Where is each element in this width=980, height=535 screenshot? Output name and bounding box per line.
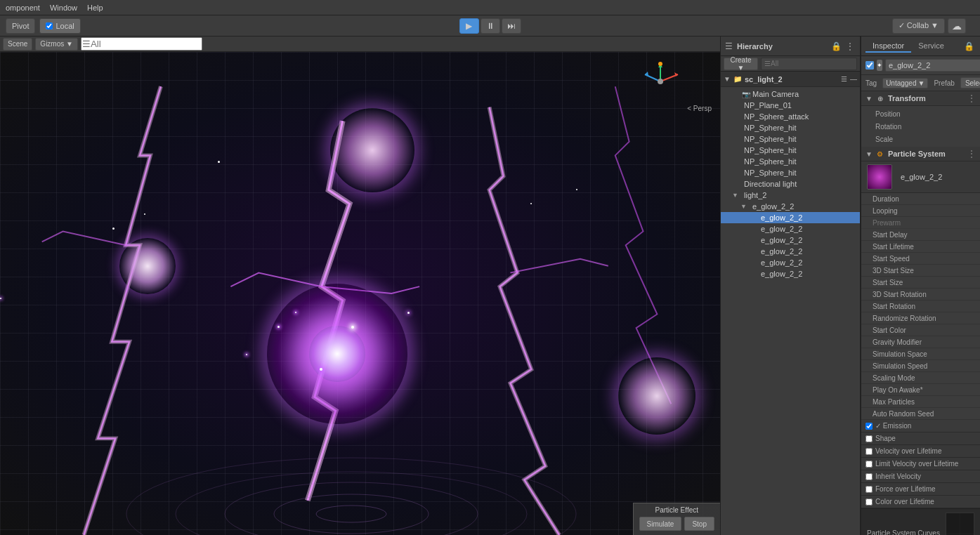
particle-effect-panel: Particle Effect Simulate Stop [633, 503, 720, 535]
curves-panel: Particle System Curves [861, 508, 980, 535]
hierarchy-lock-btn[interactable]: 🔒 [830, 41, 843, 51]
toolbar: Pivot Local ▶ ⏸ ⏭ ✓ Collab ▼ ☁ [0, 15, 980, 37]
hierarchy-menu-btn[interactable]: ⋮ [844, 41, 856, 51]
svg-point-0 [126, 458, 576, 535]
color-lifetime-checkbox[interactable] [865, 498, 873, 506]
inspector-body: ✦ Tag Untagged ▼ Prefab Select ▼ ⊕ [861, 56, 980, 535]
tag-chevron: ▼ [918, 79, 925, 87]
play-button[interactable]: ▶ [459, 18, 479, 34]
shape-checkbox[interactable] [865, 435, 873, 442]
ps-name-col: e_glow_2_2 [901, 173, 976, 181]
collab-button[interactable]: ✓ Collab ▼ [892, 18, 945, 34]
tree-item-light-2[interactable]: ▼ light_2 [721, 190, 860, 201]
label-np-plane: NP_Plane_01 [744, 101, 792, 110]
transform-menu-btn[interactable]: ⋮ [967, 93, 976, 103]
comp-shape-row: Shape [861, 432, 980, 445]
ps-prop-start-speed: Start Speed [861, 253, 980, 265]
scene-canvas: Scene Gizmos ▼ [0, 37, 720, 535]
menu-component[interactable]: omponent [6, 4, 40, 12]
label-light-2: light_2 [744, 191, 766, 199]
tree-item-e-glow-e[interactable]: e_glow_2_2 [721, 268, 860, 279]
comp-color-lifetime-row: Color over Lifetime [861, 496, 980, 508]
tag-dropdown[interactable]: Untagged ▼ [882, 78, 928, 88]
comp-limit-vel-row: Limit Velocity over Lifetime [861, 458, 980, 470]
ps-prop-randomize-rotation: Randomize Rotation [861, 312, 980, 324]
inspector-lock-btn[interactable]: 🔒 [962, 41, 976, 51]
ps-prop-start-rotation: Start Rotation [861, 300, 980, 312]
tree-item-e-glow-selected[interactable]: e_glow_2_2 [721, 212, 860, 223]
tree-item-e-glow-a[interactable]: e_glow_2_2 [721, 223, 860, 235]
scene-view-tab[interactable]: Scene [3, 38, 32, 51]
tree-item-np-sphere-hit-4[interactable]: NP_Sphere_hit [721, 156, 860, 167]
curves-graph[interactable] [946, 513, 974, 536]
prop-position: Position [861, 107, 980, 120]
transform-header[interactable]: ▼ ⊕ Transform ⋮ [861, 91, 980, 106]
tree-item-np-sphere-hit-3[interactable]: NP_Sphere_hit [721, 145, 860, 156]
particle-effect-label: Particle Effect [655, 506, 699, 514]
limit-vel-checkbox[interactable] [865, 461, 873, 468]
tree-item-np-plane[interactable]: NP_Plane_01 [721, 100, 860, 111]
object-active-checkbox[interactable] [865, 61, 874, 70]
rotation-label: Rotation [875, 123, 960, 131]
scene-name: sc_light_2 [745, 75, 783, 84]
tree-item-np-sphere-attack[interactable]: NP_Sphere_attack [721, 111, 860, 122]
stop-button[interactable]: Stop [684, 517, 714, 531]
particle-system-header[interactable]: ▼ ⚙ Particle System ⋮ [861, 147, 980, 161]
inherit-vel-checkbox[interactable] [865, 473, 873, 480]
menu-window[interactable]: Window [50, 4, 77, 12]
hierarchy-header: ☰ Hierarchy 🔒 ⋮ [721, 37, 860, 56]
ps-preview [867, 164, 892, 190]
gizmos-button[interactable]: Gizmos ▼ [35, 38, 78, 51]
transform-icon: ⊕ [875, 93, 885, 103]
tag-value: Untagged [886, 79, 916, 87]
ps-prop-3d-start-size: 3D Start Size [861, 265, 980, 277]
pivot-button[interactable]: Pivot [6, 18, 35, 34]
scene-toolbar: Scene Gizmos ▼ [0, 37, 720, 52]
label-e-glow-sel: e_glow_2_2 [761, 213, 802, 222]
emission-label: ✓ Emission [875, 422, 911, 430]
force-lifetime-checkbox[interactable] [865, 486, 873, 493]
position-label: Position [875, 110, 960, 118]
tree-item-e-glow-d[interactable]: e_glow_2_2 [721, 257, 860, 268]
local-checkbox[interactable] [46, 22, 53, 29]
vel-over-lifetime-checkbox[interactable] [865, 448, 873, 455]
object-name-input[interactable] [885, 59, 980, 72]
comp-inherit-vel-row: Inherit Velocity [861, 470, 980, 483]
hierarchy-search-input[interactable] [761, 58, 857, 70]
ps-arrow: ▼ [865, 150, 873, 158]
step-button[interactable]: ⏭ [502, 18, 521, 34]
transform-props: Position Rotation Scale [861, 106, 980, 147]
tree-item-dir-light[interactable]: Directional light [721, 178, 860, 190]
simulate-button[interactable]: Simulate [639, 517, 682, 531]
tab-service[interactable]: Service [911, 40, 951, 53]
label-e-glow-c: e_glow_2_2 [761, 247, 802, 256]
label-dir-light: Directional light [744, 180, 797, 188]
inspector-header: Inspector Service 🔒 [861, 37, 980, 56]
ground-circles [105, 275, 597, 535]
arrow-e-glow-root: ▼ [740, 203, 750, 210]
select-button[interactable]: Select [960, 77, 980, 88]
ps-menu-btn[interactable]: ⋮ [967, 149, 976, 159]
tree-item-e-glow-c[interactable]: e_glow_2_2 [721, 246, 860, 257]
scene-search-input[interactable] [81, 37, 202, 51]
particle-scene[interactable]: < Persp Particle Effect Simulate Stop [0, 52, 720, 535]
tree-item-main-camera[interactable]: 📷 Main Camera [721, 88, 860, 100]
svg-point-3 [274, 494, 429, 534]
inspector-tabs: Inspector Service [865, 40, 951, 53]
tree-item-np-sphere-hit-1[interactable]: NP_Sphere_hit [721, 122, 860, 133]
tree-item-np-sphere-hit-2[interactable]: NP_Sphere_hit [721, 133, 860, 145]
svg-point-12 [658, 79, 663, 84]
tree-item-e-glow-b[interactable]: e_glow_2_2 [721, 235, 860, 246]
tree-item-e-glow-root[interactable]: ▼ e_glow_2_2 [721, 201, 860, 212]
tab-inspector[interactable]: Inspector [865, 40, 911, 53]
cloud-button[interactable]: ☁ [948, 18, 966, 34]
menu-help[interactable]: Help [87, 4, 103, 12]
local-button[interactable]: Local [39, 18, 80, 34]
tree-item-np-sphere-hit-5[interactable]: NP_Sphere_hit [721, 167, 860, 178]
emission-checkbox[interactable] [865, 423, 873, 430]
particle-action-buttons: Simulate Stop [639, 517, 714, 531]
persp-label[interactable]: < Persp [687, 105, 712, 112]
main-layout: Scene Gizmos ▼ [0, 37, 980, 535]
create-button[interactable]: Create ▼ [724, 58, 758, 70]
pause-button[interactable]: ⏸ [481, 18, 500, 34]
